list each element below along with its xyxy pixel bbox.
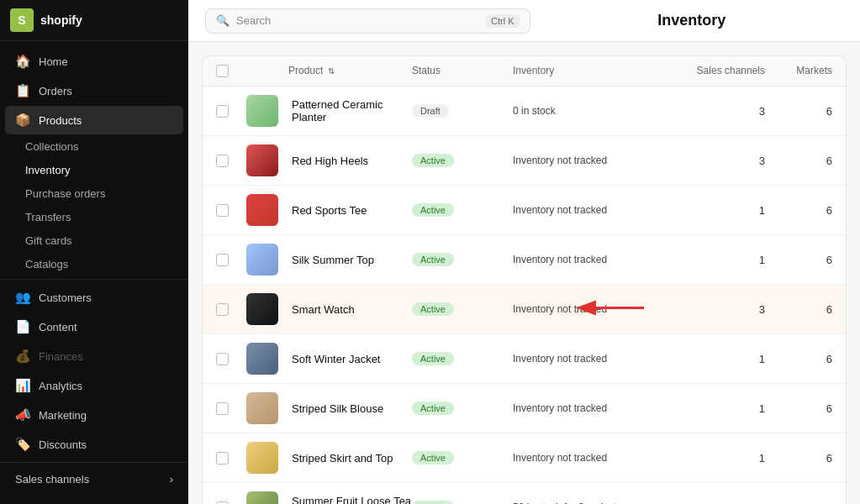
product-status: Draft — [412, 104, 513, 118]
table-header: Product ⇅ Status Inventory Sales channel… — [203, 56, 846, 87]
search-bar[interactable]: 🔍 Search Ctrl K — [205, 8, 530, 34]
select-all-checkbox[interactable] — [216, 65, 229, 77]
product-name: Striped Skirt and Top — [288, 452, 412, 465]
header-checkbox-cell[interactable] — [216, 65, 246, 77]
product-image — [246, 491, 278, 504]
sidebar-item-inventory[interactable]: Inventory — [25, 159, 183, 181]
row-checkbox-cell[interactable] — [216, 402, 246, 415]
product-thumbnail — [246, 442, 288, 474]
product-status: Active — [412, 402, 513, 415]
sidebar-item-customers[interactable]: 👥 Customers — [5, 283, 183, 312]
table-row[interactable]: Striped Silk Blouse Active Inventory not… — [203, 384, 846, 433]
row-checkbox-cell[interactable] — [216, 105, 246, 118]
product-thumbnail — [246, 392, 288, 424]
table-row[interactable]: Striped Skirt and Top Active Inventory n… — [203, 433, 846, 483]
product-status: Active — [412, 302, 513, 316]
sidebar-item-gift-cards[interactable]: Gift cards — [25, 229, 183, 252]
sidebar: S shopify 🏠 Home 📋 Orders 📦 Products Col… — [0, 0, 188, 504]
row-checkbox-cell[interactable] — [216, 254, 246, 266]
product-image — [246, 244, 278, 276]
table-row[interactable]: Red High Heels Active Inventory not trac… — [203, 136, 846, 186]
header-product-col[interactable]: Product ⇅ — [288, 65, 412, 77]
product-status: Active — [412, 154, 513, 167]
sales-channels-label: Sales channels — [15, 473, 89, 486]
inventory-value: Inventory not tracked — [513, 204, 664, 216]
markets-value: 6 — [765, 353, 832, 365]
product-image — [246, 343, 278, 375]
status-badge: Active — [412, 253, 454, 266]
sort-icon: ⇅ — [328, 66, 335, 76]
sales-channels-value: 1 — [664, 452, 765, 465]
sales-channels-section[interactable]: Sales channels › — [5, 466, 183, 492]
status-badge: Draft — [412, 104, 449, 118]
sidebar-item-analytics[interactable]: 📊 Analytics — [5, 371, 183, 400]
analytics-icon: 📊 — [15, 378, 30, 393]
top-bar: 🔍 Search Ctrl K Inventory — [188, 0, 860, 42]
sidebar-label-online-store: Online Store — [39, 501, 99, 505]
discounts-icon: 🏷️ — [15, 437, 30, 452]
row-checkbox[interactable] — [216, 501, 229, 505]
row-checkbox[interactable] — [216, 254, 229, 266]
brand-name: shopify — [40, 13, 82, 27]
customers-icon: 👥 — [15, 290, 30, 305]
product-name: Silk Summer Top — [288, 254, 412, 266]
status-badge: Active — [412, 352, 454, 365]
row-checkbox[interactable] — [216, 402, 229, 415]
sidebar-item-orders[interactable]: 📋 Orders — [5, 76, 183, 105]
search-icon: 🔍 — [216, 14, 230, 27]
sales-channels-value: 1 — [664, 353, 765, 365]
product-name: Soft Winter Jacket — [288, 353, 412, 365]
marketing-icon: 📣 — [15, 407, 30, 423]
sidebar-label-customers: Customers — [39, 291, 92, 304]
inventory-value: Inventory not tracked — [513, 452, 664, 464]
sidebar-item-collections[interactable]: Collections — [25, 135, 183, 158]
header-markets-col: Markets — [765, 65, 832, 77]
sidebar-item-products[interactable]: 📦 Products — [5, 106, 183, 134]
sidebar-header: S shopify — [0, 0, 188, 41]
table-row[interactable]: Soft Winter Jacket Active Inventory not … — [203, 334, 846, 384]
table-row[interactable]: Smart Watch Active Inventory not tracked… — [203, 285, 846, 334]
sidebar-item-purchase-orders[interactable]: Purchase orders — [25, 182, 183, 205]
header-status-col: Status — [412, 65, 513, 77]
inventory-value: 0 in stock — [513, 105, 664, 117]
product-thumbnail — [246, 144, 288, 176]
row-checkbox[interactable] — [216, 105, 229, 118]
sidebar-item-online-store[interactable]: 🖥 Online Store — [5, 493, 183, 504]
row-checkbox[interactable] — [216, 303, 229, 316]
sidebar-item-content[interactable]: 📄 Content — [5, 312, 183, 341]
row-checkbox-cell[interactable] — [216, 204, 246, 217]
row-checkbox-cell[interactable] — [216, 303, 246, 316]
row-checkbox[interactable] — [216, 155, 229, 167]
sidebar-item-catalogs[interactable]: Catalogs — [25, 253, 183, 276]
product-thumbnail — [246, 194, 288, 226]
status-badge: Active — [412, 302, 454, 316]
sales-channels-value: 1 — [664, 402, 765, 415]
product-status: Active — [412, 352, 513, 365]
row-checkbox-cell[interactable] — [216, 353, 246, 365]
sidebar-item-discounts[interactable]: 🏷️ Discounts — [5, 430, 183, 459]
row-checkbox[interactable] — [216, 204, 229, 217]
table-row[interactable]: Summer Fruit Loose Tea Leaves Active 50 … — [203, 483, 846, 504]
product-name: Patterned Ceramic Planter — [288, 98, 412, 123]
row-checkbox-cell[interactable] — [216, 501, 246, 505]
sales-channels-chevron-icon: › — [170, 473, 173, 486]
header-image-col — [246, 65, 288, 77]
row-checkbox[interactable] — [216, 353, 229, 365]
product-name: Smart Watch — [288, 303, 412, 316]
product-thumbnail — [246, 491, 288, 504]
row-checkbox-cell[interactable] — [216, 452, 246, 465]
inventory-value: Inventory not tracked — [513, 254, 664, 265]
sidebar-item-home[interactable]: 🏠 Home — [5, 47, 183, 76]
sidebar-item-transfers[interactable]: Transfers — [25, 206, 183, 228]
main-area: 🔍 Search Ctrl K Inventory Product ⇅ Stat… — [188, 0, 860, 504]
sidebar-item-marketing[interactable]: 📣 Marketing — [5, 401, 183, 429]
row-checkbox[interactable] — [216, 452, 229, 465]
table-row[interactable]: Silk Summer Top Active Inventory not tra… — [203, 235, 846, 285]
table-row[interactable]: Patterned Ceramic Planter Draft 0 in sto… — [203, 87, 846, 136]
header-inventory-col: Inventory — [513, 65, 664, 77]
inventory-value: Inventory not tracked — [513, 303, 664, 315]
sidebar-label-products: Products — [39, 114, 82, 127]
table-row[interactable]: Red Sports Tee Active Inventory not trac… — [203, 186, 846, 235]
markets-value: 6 — [765, 303, 832, 316]
row-checkbox-cell[interactable] — [216, 155, 246, 167]
